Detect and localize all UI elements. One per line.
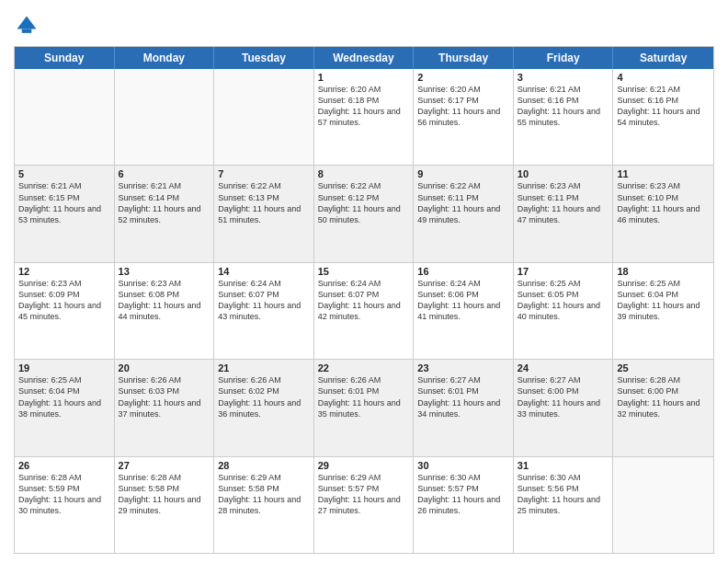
day-number-28: 28 [218,460,310,471]
calendar-cell-r0-c3: 1Sunrise: 6:20 AM Sunset: 6:18 PM Daylig… [314,69,415,165]
calendar-cell-r0-c2 [214,69,314,165]
cell-info-19: Sunrise: 6:25 AM Sunset: 6:04 PM Dayligh… [18,374,110,419]
calendar-cell-r2-c4: 16Sunrise: 6:24 AM Sunset: 6:06 PM Dayli… [414,263,514,359]
calendar-cell-r2-c1: 13Sunrise: 6:23 AM Sunset: 6:08 PM Dayli… [115,263,215,359]
logo [14,13,43,39]
day-number-12: 12 [18,266,110,277]
cell-info-28: Sunrise: 6:29 AM Sunset: 5:58 PM Dayligh… [218,472,310,517]
day-number-3: 3 [518,72,609,83]
calendar-cell-r2-c6: 18Sunrise: 6:25 AM Sunset: 6:04 PM Dayli… [613,263,713,359]
calendar-row-3: 19Sunrise: 6:25 AM Sunset: 6:04 PM Dayli… [15,359,713,455]
calendar-cell-r1-c1: 6Sunrise: 6:21 AM Sunset: 6:14 PM Daylig… [115,166,215,261]
header [14,9,714,39]
day-number-15: 15 [318,266,410,277]
calendar-cell-r3-c3: 22Sunrise: 6:26 AM Sunset: 6:01 PM Dayli… [314,360,415,455]
calendar-cell-r2-c5: 17Sunrise: 6:25 AM Sunset: 6:05 PM Dayli… [514,263,614,359]
day-number-11: 11 [617,168,710,179]
calendar-cell-r2-c3: 15Sunrise: 6:24 AM Sunset: 6:07 PM Dayli… [314,263,415,359]
cell-info-27: Sunrise: 6:28 AM Sunset: 5:58 PM Dayligh… [119,472,210,517]
day-number-9: 9 [417,168,509,179]
cell-info-5: Sunrise: 6:21 AM Sunset: 6:15 PM Dayligh… [18,180,110,225]
cell-info-23: Sunrise: 6:27 AM Sunset: 6:01 PM Dayligh… [417,374,509,419]
cell-info-12: Sunrise: 6:23 AM Sunset: 6:09 PM Dayligh… [18,278,110,323]
cell-info-4: Sunrise: 6:21 AM Sunset: 6:16 PM Dayligh… [617,84,710,129]
calendar-cell-r2-c0: 12Sunrise: 6:23 AM Sunset: 6:09 PM Dayli… [15,263,115,359]
day-number-30: 30 [417,460,509,471]
header-monday: Monday [115,47,215,69]
svg-rect-1 [22,29,32,33]
cell-info-10: Sunrise: 6:23 AM Sunset: 6:11 PM Dayligh… [518,180,609,225]
cell-info-2: Sunrise: 6:20 AM Sunset: 6:17 PM Dayligh… [417,84,509,129]
day-number-14: 14 [218,266,310,277]
cell-info-14: Sunrise: 6:24 AM Sunset: 6:07 PM Dayligh… [218,278,310,323]
calendar-cell-r4-c3: 29Sunrise: 6:29 AM Sunset: 5:57 PM Dayli… [314,457,415,553]
calendar-cell-r3-c1: 20Sunrise: 6:26 AM Sunset: 6:03 PM Dayli… [115,360,215,455]
cell-info-31: Sunrise: 6:30 AM Sunset: 5:56 PM Dayligh… [518,472,609,517]
header-sunday: Sunday [15,47,115,69]
cell-info-18: Sunrise: 6:25 AM Sunset: 6:04 PM Dayligh… [617,278,710,323]
calendar-cell-r4-c4: 30Sunrise: 6:30 AM Sunset: 5:57 PM Dayli… [414,457,514,553]
header-saturday: Saturday [613,47,713,69]
day-number-4: 4 [617,72,710,83]
day-number-29: 29 [318,460,410,471]
calendar-cell-r3-c4: 23Sunrise: 6:27 AM Sunset: 6:01 PM Dayli… [414,360,514,455]
calendar-cell-r4-c2: 28Sunrise: 6:29 AM Sunset: 5:58 PM Dayli… [214,457,314,553]
calendar-row-1: 5Sunrise: 6:21 AM Sunset: 6:15 PM Daylig… [15,165,713,261]
cell-info-22: Sunrise: 6:26 AM Sunset: 6:01 PM Dayligh… [318,374,410,419]
page: Sunday Monday Tuesday Wednesday Thursday… [0,0,728,563]
calendar-cell-r4-c5: 31Sunrise: 6:30 AM Sunset: 5:56 PM Dayli… [514,457,614,553]
calendar-cell-r1-c2: 7Sunrise: 6:22 AM Sunset: 6:13 PM Daylig… [214,166,314,261]
cell-info-21: Sunrise: 6:26 AM Sunset: 6:02 PM Dayligh… [218,374,310,419]
calendar-cell-r3-c5: 24Sunrise: 6:27 AM Sunset: 6:00 PM Dayli… [514,360,614,455]
cell-info-11: Sunrise: 6:23 AM Sunset: 6:10 PM Dayligh… [617,180,710,225]
cell-info-13: Sunrise: 6:23 AM Sunset: 6:08 PM Dayligh… [119,278,210,323]
day-number-16: 16 [417,266,509,277]
calendar-cell-r0-c4: 2Sunrise: 6:20 AM Sunset: 6:17 PM Daylig… [414,69,514,165]
calendar-cell-r0-c0 [15,69,115,165]
calendar-body: 1Sunrise: 6:20 AM Sunset: 6:18 PM Daylig… [15,69,713,553]
cell-info-29: Sunrise: 6:29 AM Sunset: 5:57 PM Dayligh… [318,472,410,517]
day-number-31: 31 [518,460,609,471]
header-friday: Friday [514,47,614,69]
day-number-22: 22 [318,362,410,373]
day-number-20: 20 [119,362,210,373]
header-tuesday: Tuesday [214,47,314,69]
calendar-cell-r0-c6: 4Sunrise: 6:21 AM Sunset: 6:16 PM Daylig… [613,69,713,165]
day-number-26: 26 [18,460,110,471]
day-number-18: 18 [617,266,710,277]
cell-info-20: Sunrise: 6:26 AM Sunset: 6:03 PM Dayligh… [119,374,210,419]
calendar-cell-r3-c6: 25Sunrise: 6:28 AM Sunset: 6:00 PM Dayli… [613,360,713,455]
cell-info-30: Sunrise: 6:30 AM Sunset: 5:57 PM Dayligh… [417,472,509,517]
calendar-cell-r1-c6: 11Sunrise: 6:23 AM Sunset: 6:10 PM Dayli… [613,166,713,261]
day-number-13: 13 [119,266,210,277]
header-thursday: Thursday [414,47,514,69]
day-number-21: 21 [218,362,310,373]
day-number-6: 6 [119,168,210,179]
header-wednesday: Wednesday [314,47,415,69]
day-number-24: 24 [518,362,609,373]
cell-info-24: Sunrise: 6:27 AM Sunset: 6:00 PM Dayligh… [518,374,609,419]
cell-info-1: Sunrise: 6:20 AM Sunset: 6:18 PM Dayligh… [318,84,410,129]
calendar-cell-r3-c2: 21Sunrise: 6:26 AM Sunset: 6:02 PM Dayli… [214,360,314,455]
cell-info-26: Sunrise: 6:28 AM Sunset: 5:59 PM Dayligh… [18,472,110,517]
calendar-cell-r4-c6 [613,457,713,553]
day-number-17: 17 [518,266,609,277]
day-number-23: 23 [417,362,509,373]
calendar-row-4: 26Sunrise: 6:28 AM Sunset: 5:59 PM Dayli… [15,456,713,553]
calendar-cell-r0-c5: 3Sunrise: 6:21 AM Sunset: 6:16 PM Daylig… [514,69,614,165]
day-number-1: 1 [318,72,410,83]
cell-info-6: Sunrise: 6:21 AM Sunset: 6:14 PM Dayligh… [119,180,210,225]
calendar-header: Sunday Monday Tuesday Wednesday Thursday… [15,47,713,69]
calendar-cell-r3-c0: 19Sunrise: 6:25 AM Sunset: 6:04 PM Dayli… [15,360,115,455]
cell-info-17: Sunrise: 6:25 AM Sunset: 6:05 PM Dayligh… [518,278,609,323]
calendar-cell-r2-c2: 14Sunrise: 6:24 AM Sunset: 6:07 PM Dayli… [214,263,314,359]
calendar-row-0: 1Sunrise: 6:20 AM Sunset: 6:18 PM Daylig… [15,69,713,165]
day-number-8: 8 [318,168,410,179]
calendar-cell-r1-c3: 8Sunrise: 6:22 AM Sunset: 6:12 PM Daylig… [314,166,415,261]
calendar-cell-r1-c0: 5Sunrise: 6:21 AM Sunset: 6:15 PM Daylig… [15,166,115,261]
calendar-cell-r4-c1: 27Sunrise: 6:28 AM Sunset: 5:58 PM Dayli… [115,457,215,553]
logo-icon [14,13,40,39]
calendar-cell-r1-c4: 9Sunrise: 6:22 AM Sunset: 6:11 PM Daylig… [414,166,514,261]
day-number-27: 27 [119,460,210,471]
day-number-19: 19 [18,362,110,373]
